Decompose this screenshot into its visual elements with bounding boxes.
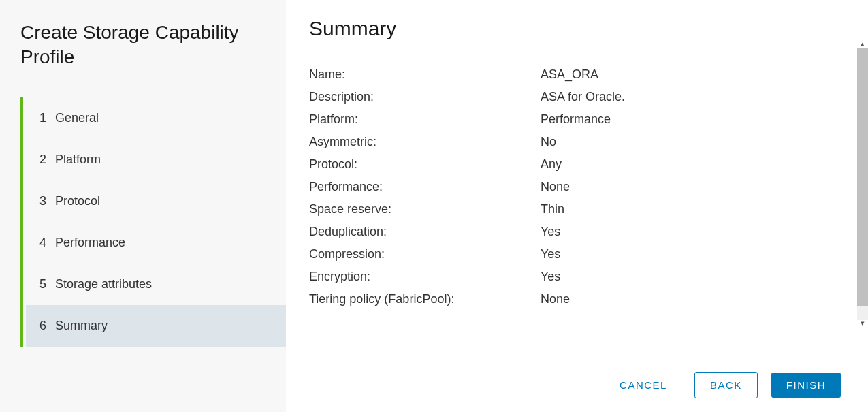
nav-step-label: Storage attributes xyxy=(55,277,152,291)
summary-label: Asymmetric: xyxy=(309,135,541,149)
summary-value: Any xyxy=(541,157,848,172)
nav-step-performance[interactable]: 4 Performance xyxy=(23,222,286,264)
summary-value: No xyxy=(541,135,848,149)
nav-step-number: 1 xyxy=(39,111,46,125)
summary-row-protocol: Protocol: Any xyxy=(309,157,848,172)
nav-step-label: Summary xyxy=(55,319,108,332)
summary-label: Protocol: xyxy=(309,157,541,172)
summary-row-asymmetric: Asymmetric: No xyxy=(309,135,848,149)
summary-row-description: Description: ASA for Oracle. xyxy=(309,90,848,104)
summary-row-compression: Compression: Yes xyxy=(309,247,848,262)
summary-label: Deduplication: xyxy=(309,225,541,239)
summary-value: ASA for Oracle. xyxy=(541,90,848,104)
nav-step-label: General xyxy=(55,111,99,125)
nav-step-number: 6 xyxy=(39,319,46,332)
summary-row-tiering-policy: Tiering policy (FabricPool): None xyxy=(309,292,848,306)
summary-label: Description: xyxy=(309,90,541,104)
nav-step-general[interactable]: 1 General xyxy=(23,97,286,139)
summary-value: None xyxy=(541,292,848,306)
summary-row-deduplication: Deduplication: Yes xyxy=(309,225,848,239)
summary-label: Tiering policy (FabricPool): xyxy=(309,292,541,306)
summary-row-encryption: Encryption: Yes xyxy=(309,270,848,284)
nav-step-platform[interactable]: 2 Platform xyxy=(23,139,286,180)
summary-label: Encryption: xyxy=(309,270,541,284)
nav-step-protocol[interactable]: 3 Protocol xyxy=(23,180,286,222)
wizard-title: Create Storage Capability Profile xyxy=(20,20,286,70)
back-button[interactable]: BACK xyxy=(694,372,758,398)
nav-step-label: Protocol xyxy=(55,194,100,208)
nav-step-number: 3 xyxy=(39,194,46,208)
summary-value: Yes xyxy=(541,247,848,262)
nav-step-number: 2 xyxy=(39,153,46,166)
summary-value: Yes xyxy=(541,225,848,239)
cancel-button[interactable]: CANCEL xyxy=(606,373,681,398)
wizard-footer: CANCEL BACK FINISH xyxy=(306,358,848,398)
scrollbar-track[interactable] xyxy=(857,48,868,320)
summary-value: ASA_ORA xyxy=(541,67,848,82)
summary-label: Performance: xyxy=(309,180,541,194)
summary-label: Space reserve: xyxy=(309,202,541,217)
finish-button[interactable]: FINISH xyxy=(771,373,841,398)
main-panel: Summary Name: ASA_ORA Description: ASA f… xyxy=(286,0,868,412)
summary-label: Compression: xyxy=(309,247,541,262)
nav-step-storage-attributes[interactable]: 5 Storage attributes xyxy=(23,264,286,305)
summary-value: Yes xyxy=(541,270,848,284)
summary-content: Name: ASA_ORA Description: ASA for Oracl… xyxy=(306,67,848,358)
summary-row-name: Name: ASA_ORA xyxy=(309,67,848,82)
summary-label: Name: xyxy=(309,67,541,82)
nav-step-summary[interactable]: 6 Summary xyxy=(26,305,286,347)
scroll-down-icon[interactable]: ▾ xyxy=(858,319,867,328)
summary-row-space-reserve: Space reserve: Thin xyxy=(309,202,848,217)
summary-value: None xyxy=(541,180,848,194)
summary-value: Performance xyxy=(541,112,848,127)
page-title: Summary xyxy=(309,17,848,40)
summary-row-performance: Performance: None xyxy=(309,180,848,194)
wizard-nav: 1 General 2 Platform 3 Protocol 4 Perfor… xyxy=(20,97,286,347)
summary-row-platform: Platform: Performance xyxy=(309,112,848,127)
summary-value: Thin xyxy=(541,202,848,217)
scrollbar-thumb[interactable] xyxy=(857,48,868,306)
nav-step-number: 4 xyxy=(39,236,46,249)
summary-label: Platform: xyxy=(309,112,541,127)
nav-step-label: Platform xyxy=(55,153,101,166)
nav-step-number: 5 xyxy=(39,277,46,291)
wizard-sidebar: Create Storage Capability Profile 1 Gene… xyxy=(0,0,286,412)
nav-step-label: Performance xyxy=(55,236,125,249)
